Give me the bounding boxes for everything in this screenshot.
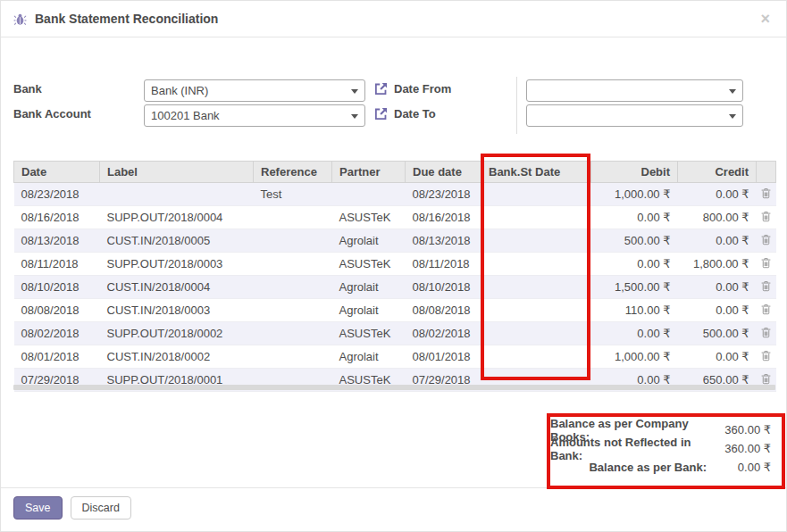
form-divider bbox=[516, 77, 517, 134]
cell-credit: 0.00 ₹ bbox=[678, 183, 757, 206]
cell-credit: 0.00 ₹ bbox=[678, 276, 757, 299]
column-header-bank-st-date[interactable]: Bank.St Date bbox=[481, 162, 591, 183]
summary-label-per-bank: Balance as per Bank: bbox=[589, 461, 707, 474]
modal-dialog: Bank Statement Reconciliation × Bank Ban… bbox=[0, 0, 787, 532]
cell-bank-st-date bbox=[481, 229, 591, 253]
cell-actions bbox=[757, 229, 776, 253]
cell-label: SUPP.OUT/2018/0003 bbox=[100, 253, 254, 276]
cell-date: 08/11/2018 bbox=[14, 253, 100, 276]
table-row[interactable]: 08/02/2018 SUPP.OUT/2018/0002 ASUSTeK 08… bbox=[14, 322, 776, 345]
cell-partner: Agrolait bbox=[332, 299, 406, 322]
cell-reference: Test bbox=[254, 183, 332, 206]
column-header-date[interactable]: Date bbox=[14, 162, 100, 183]
cell-debit: 1,000.00 ₹ bbox=[591, 183, 678, 206]
chevron-down-icon bbox=[351, 114, 358, 119]
external-link-icon[interactable] bbox=[373, 81, 389, 96]
trash-icon[interactable] bbox=[760, 257, 772, 269]
cell-due-date: 08/16/2018 bbox=[406, 206, 481, 229]
date-from-select[interactable] bbox=[526, 79, 743, 102]
modal-header: Bank Statement Reconciliation × bbox=[1, 1, 786, 37]
table-row[interactable]: 08/10/2018 CUST.IN/2018/0004 Agrolait 08… bbox=[14, 276, 776, 299]
table-row[interactable]: 08/13/2018 CUST.IN/2018/0005 Agrolait 08… bbox=[14, 229, 776, 253]
cell-label: CUST.IN/2018/0002 bbox=[100, 345, 254, 369]
cell-debit: 1,500.00 ₹ bbox=[591, 276, 678, 299]
cell-debit: 0.00 ₹ bbox=[591, 322, 678, 345]
bank-label: Bank bbox=[13, 82, 42, 96]
cell-credit: 1,800.00 ₹ bbox=[678, 253, 757, 276]
trash-icon[interactable] bbox=[760, 280, 772, 292]
trash-icon[interactable] bbox=[760, 327, 772, 338]
discard-button[interactable]: Discard bbox=[71, 496, 131, 520]
column-header-due-date[interactable]: Due date bbox=[406, 162, 481, 183]
column-header-credit[interactable]: Credit bbox=[678, 162, 757, 183]
cell-label: SUPP.OUT/2018/0004 bbox=[100, 206, 254, 229]
table-header-row: Date Label Reference Partner Due date Ba… bbox=[14, 162, 776, 183]
bank-select-value: Bank (INR) bbox=[151, 84, 208, 97]
horizontal-scrollbar[interactable] bbox=[13, 385, 775, 390]
cell-date: 08/01/2018 bbox=[14, 345, 100, 369]
column-header-reference[interactable]: Reference bbox=[254, 162, 332, 183]
cell-date: 08/08/2018 bbox=[14, 299, 100, 322]
cell-date: 08/16/2018 bbox=[14, 206, 100, 229]
cell-partner: ASUSTeK bbox=[332, 206, 406, 229]
table-row[interactable]: 08/01/2018 CUST.IN/2018/0002 Agrolait 08… bbox=[14, 345, 776, 369]
cell-bank-st-date bbox=[481, 276, 591, 299]
column-header-label[interactable]: Label bbox=[100, 162, 254, 183]
table-row[interactable]: 08/11/2018 SUPP.OUT/2018/0003 ASUSTeK 08… bbox=[14, 253, 776, 276]
cell-credit: 0.00 ₹ bbox=[678, 345, 757, 369]
trash-icon[interactable] bbox=[760, 303, 772, 315]
trash-icon[interactable] bbox=[760, 373, 772, 385]
cell-partner bbox=[332, 183, 406, 206]
trash-icon[interactable] bbox=[760, 187, 772, 199]
external-link-icon[interactable] bbox=[373, 106, 389, 121]
bank-account-select[interactable]: 100201 Bank bbox=[144, 104, 365, 127]
annotation-box-balance-summary: Balance as per Company Books: 360.00 ₹ A… bbox=[547, 413, 785, 489]
cell-reference bbox=[254, 253, 332, 276]
cell-credit: 0.00 ₹ bbox=[678, 229, 757, 253]
column-header-debit[interactable]: Debit bbox=[591, 162, 678, 183]
cell-reference bbox=[254, 345, 332, 369]
cell-credit: 800.00 ₹ bbox=[678, 206, 757, 229]
cell-date: 08/23/2018 bbox=[14, 183, 100, 206]
column-header-partner[interactable]: Partner bbox=[332, 162, 406, 183]
cell-credit: 0.00 ₹ bbox=[678, 299, 757, 322]
cell-label: CUST.IN/2018/0003 bbox=[100, 299, 254, 322]
cell-debit: 110.00 ₹ bbox=[591, 299, 678, 322]
cell-partner: Agrolait bbox=[332, 229, 406, 253]
cell-actions bbox=[757, 345, 776, 369]
bank-account-select-value: 100201 Bank bbox=[151, 109, 220, 122]
trash-icon[interactable] bbox=[760, 350, 772, 362]
cell-reference bbox=[254, 206, 332, 229]
table-row[interactable]: 08/23/2018 Test 08/23/2018 1,000.00 ₹ 0.… bbox=[14, 183, 776, 206]
bug-icon bbox=[13, 12, 27, 26]
cell-actions bbox=[757, 299, 776, 322]
cell-actions bbox=[757, 322, 776, 345]
date-to-select[interactable] bbox=[526, 104, 743, 127]
table-row[interactable]: 08/16/2018 SUPP.OUT/2018/0004 ASUSTeK 08… bbox=[14, 206, 776, 229]
cell-credit: 500.00 ₹ bbox=[678, 322, 757, 345]
cell-label: SUPP.OUT/2018/0002 bbox=[100, 322, 254, 345]
table-row[interactable]: 08/08/2018 CUST.IN/2018/0003 Agrolait 08… bbox=[14, 299, 776, 322]
cell-debit: 500.00 ₹ bbox=[591, 229, 678, 253]
close-icon[interactable]: × bbox=[757, 9, 774, 29]
date-to-label: Date To bbox=[394, 107, 436, 121]
bank-account-label: Bank Account bbox=[13, 107, 91, 121]
reconciliation-table: Date Label Reference Partner Due date Ba… bbox=[13, 161, 776, 392]
cell-bank-st-date bbox=[481, 322, 591, 345]
cell-partner: ASUSTeK bbox=[332, 322, 406, 345]
column-header-actions bbox=[757, 162, 776, 183]
cell-debit: 0.00 ₹ bbox=[591, 253, 678, 276]
trash-icon[interactable] bbox=[760, 234, 772, 245]
cell-due-date: 08/23/2018 bbox=[406, 183, 481, 206]
save-button[interactable]: Save bbox=[13, 496, 63, 520]
summary-value-not-reflected: 360.00 ₹ bbox=[712, 442, 771, 455]
cell-reference bbox=[254, 299, 332, 322]
trash-icon[interactable] bbox=[760, 211, 772, 222]
cell-partner: Agrolait bbox=[332, 276, 406, 299]
cell-actions bbox=[757, 183, 776, 206]
bank-select[interactable]: Bank (INR) bbox=[144, 79, 365, 102]
table-body: 08/23/2018 Test 08/23/2018 1,000.00 ₹ 0.… bbox=[14, 183, 776, 392]
summary-value-company-books: 360.00 ₹ bbox=[713, 423, 771, 436]
chevron-down-icon bbox=[729, 114, 736, 119]
cell-due-date: 08/11/2018 bbox=[406, 253, 481, 276]
